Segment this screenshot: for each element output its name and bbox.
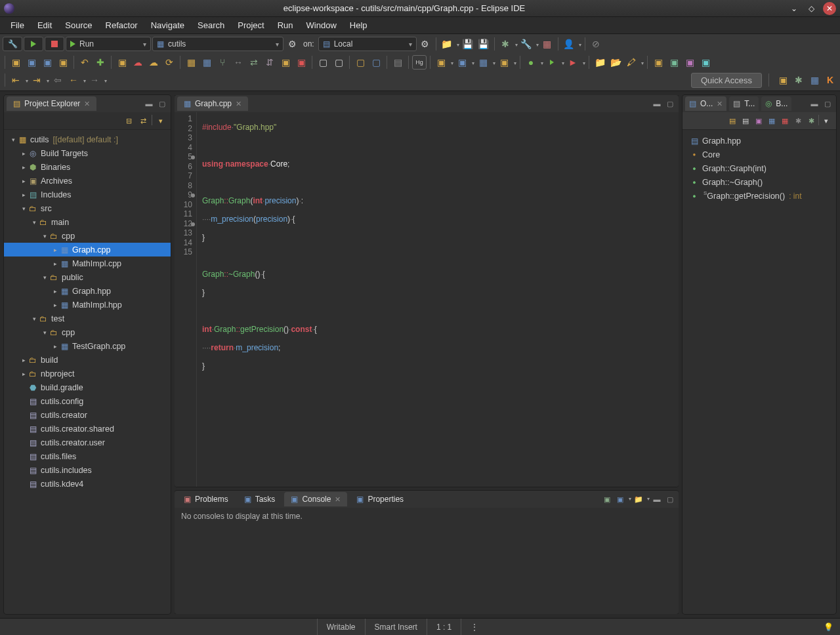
tool-icon[interactable]: ▣ [40,55,54,70]
tool-icon[interactable]: ▣ [651,55,665,70]
expand-icon[interactable]: ▸ [51,247,59,253]
expand-icon[interactable]: ▸ [51,343,59,350]
caret-icon[interactable] [578,39,581,49]
caret-icon[interactable] [627,493,631,505]
caret-icon[interactable] [82,75,86,85]
tree-test[interactable]: ▾test [4,312,171,325]
hide-fields-icon[interactable]: ▣ [753,115,765,127]
tool-icon[interactable]: ▣ [56,55,70,70]
expand-icon[interactable]: ▾ [41,233,49,239]
outline-item[interactable]: Graph::~Graph() [685,175,833,189]
profile-icon[interactable]: ► [566,55,580,70]
tool-icon[interactable]: ⇄ [247,55,261,70]
tree-file-testgraph-cpp[interactable]: ▸TestGraph.cpp [4,339,171,353]
outdent-icon[interactable]: ⇥ [30,73,44,87]
expand-icon[interactable]: ▸ [51,260,59,267]
tree-archives[interactable]: ▸Archives [4,174,171,188]
forward-icon[interactable]: → [87,73,102,87]
tab-properties[interactable]: ▣Properties [350,492,410,506]
tree-file[interactable]: cutils.files [4,449,171,463]
indent-icon[interactable]: ⇤ [9,73,23,87]
tree-project-root[interactable]: ▾ ▦ cutils [[default] default :] [4,133,171,146]
close-icon[interactable]: ✕ [717,100,723,108]
close-button[interactable]: ✕ [823,2,836,15]
build-icon[interactable]: ✱ [498,37,513,51]
tree-main-cpp[interactable]: ▾cpp [4,229,171,243]
target-settings-icon[interactable]: ⚙ [418,37,432,51]
maximize-view-icon[interactable]: ▢ [156,98,168,110]
tree-includes[interactable]: ▸Includes [4,188,171,201]
menu-window[interactable]: Window [300,18,343,33]
menu-file[interactable]: File [4,18,31,33]
doc-icon[interactable]: ▢ [353,55,368,70]
hide-static-icon[interactable]: ▦ [766,115,778,127]
outline-item[interactable]: SGraph::getPrecision(): int [685,189,833,203]
tree-file[interactable]: cutils.includes [4,463,171,477]
stop-button[interactable] [45,37,64,51]
expand-icon[interactable]: ▾ [20,205,28,212]
tree-file-graph-hpp[interactable]: ▸Graph.hpp [4,284,171,298]
expand-icon[interactable]: ▸ [20,150,28,157]
run-mode-dropdown[interactable]: Run [66,37,151,51]
caret-icon[interactable] [539,58,543,67]
menu-refactor[interactable]: Refactor [99,18,144,33]
hide-nonpublic-icon[interactable]: ▦ [779,115,791,127]
tree-file-mathimpl-cpp[interactable]: ▸MathImpl.cpp [4,256,171,270]
expand-icon[interactable]: ▸ [20,371,28,377]
menu-run[interactable]: Run [271,18,300,33]
maximize-button[interactable]: ◇ [806,3,816,14]
tool-icon[interactable]: ⇵ [262,55,277,70]
expand-icon[interactable]: ▸ [51,288,59,295]
console-display-icon[interactable]: ▣ [614,493,626,505]
tab-problems[interactable]: ▣Problems [177,492,235,506]
close-icon[interactable]: ✕ [236,100,242,108]
caret-icon[interactable] [45,75,49,85]
settings-icon[interactable]: ⚙ [285,37,299,51]
tool-icon[interactable]: ▦ [200,55,214,70]
doc-icon[interactable]: ▢ [316,55,330,70]
caret-icon[interactable] [513,58,516,67]
line-gutter[interactable]: 1 2 3 4 5 6 7 8 9 10 11 12 13 14 15 [175,112,197,487]
tool-icon[interactable]: ▤ [390,55,405,70]
menu-source[interactable]: Source [58,18,98,33]
menu-project[interactable]: Project [231,18,270,33]
tree-file[interactable]: cutils.creator [4,408,171,422]
caret-icon[interactable] [535,39,539,49]
filter-icon[interactable]: ✱ [792,115,804,127]
expand-icon[interactable]: ▸ [20,357,28,363]
expand-icon[interactable]: ▾ [30,219,38,226]
tips-icon[interactable]: 💡 [817,623,840,632]
close-icon[interactable]: ✕ [84,100,90,108]
tool-icon[interactable]: ▣ [9,55,23,70]
tab-console[interactable]: ▣Console✕ [284,492,347,506]
tab-tasks[interactable]: ▣Tasks [238,492,282,506]
tree-file[interactable]: cutils.creator.shared [4,422,171,436]
view-menu-icon[interactable]: ▾ [820,115,832,127]
caret-icon[interactable] [450,58,453,67]
tree-file[interactable]: cutils.kdev4 [4,477,171,491]
editor-body[interactable]: 1 2 3 4 5 6 7 8 9 10 11 12 13 14 15 #inc… [175,112,679,487]
console-pin-icon[interactable]: ▣ [601,493,613,505]
project-dropdown[interactable]: ▦cutils [152,37,284,51]
tool-icon[interactable]: ▦ [184,55,198,70]
tree-binaries[interactable]: ▸Binaries [4,160,171,174]
tool-icon[interactable]: ▣ [278,55,293,70]
undo-icon[interactable]: ↶ [77,55,92,70]
tree-main[interactable]: ▾main [4,215,171,229]
tool-icon[interactable]: ▣ [434,55,448,70]
maximize-view-icon[interactable]: ▢ [822,98,833,110]
wrench-icon[interactable]: 🔧 [519,37,534,51]
tool-icon[interactable]: ▣ [682,55,697,70]
tool-icon[interactable]: ▣ [455,55,469,70]
outline-item[interactable]: Graph::Graph(int) [685,161,833,175]
perspective-k-icon[interactable]: K [823,73,837,87]
arrow-icon[interactable]: ↔ [231,55,245,70]
tree-test-cpp[interactable]: ▾cpp [4,325,171,339]
target-dropdown[interactable]: ▤Local [318,37,417,51]
tab-project-explorer[interactable]: ▤ Project Explorer ✕ [7,96,96,111]
back-far-icon[interactable]: ⇦ [51,73,65,87]
save-icon[interactable]: 💾 [461,37,475,51]
expand-icon[interactable]: ▸ [20,164,28,171]
maximize-view-icon[interactable]: ▢ [664,493,676,505]
no-symbol-icon[interactable]: ⊘ [589,37,603,51]
